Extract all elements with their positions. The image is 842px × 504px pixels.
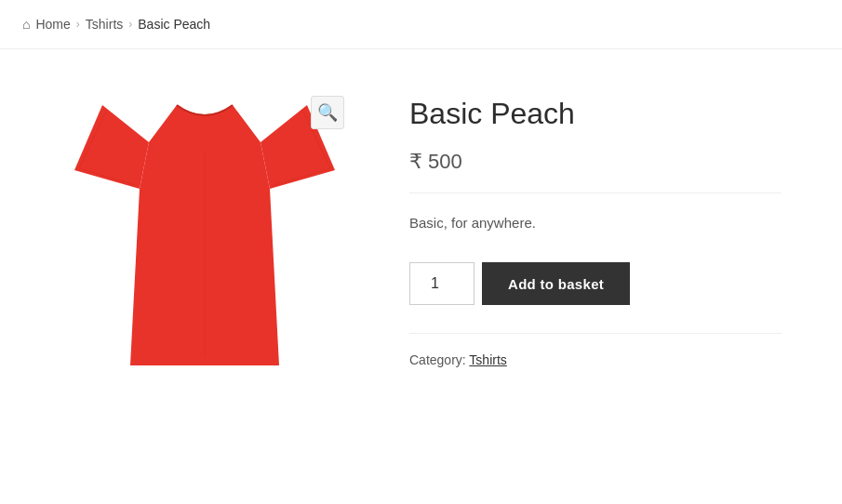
- breadcrumb: ⌂ Home › Tshirts › Basic Peach: [0, 0, 842, 49]
- breadcrumb-sep-1: ›: [76, 18, 80, 31]
- breadcrumb-home-link[interactable]: Home: [35, 17, 70, 32]
- zoom-button[interactable]: 🔍: [311, 96, 344, 129]
- product-details: Basic Peach ₹ 500 Basic, for anywhere. A…: [409, 86, 782, 384]
- product-image-wrapper: 🔍: [56, 86, 354, 384]
- add-to-basket-button[interactable]: Add to basket: [482, 262, 630, 305]
- product-description: Basic, for anywhere.: [409, 212, 782, 234]
- breadcrumb-sep-2: ›: [128, 18, 132, 31]
- breadcrumb-current: Basic Peach: [138, 17, 210, 32]
- category-label: Category:: [409, 352, 466, 367]
- product-meta: Category: Tshirts: [409, 333, 782, 367]
- product-image: [74, 86, 335, 384]
- product-page: 🔍 Basic Peach ₹ 500 Basic, for anywhere.…: [0, 49, 837, 421]
- category-link[interactable]: Tshirts: [469, 352, 506, 367]
- zoom-icon: 🔍: [317, 102, 338, 123]
- product-price: ₹ 500: [409, 150, 782, 193]
- breadcrumb-tshirts-link[interactable]: Tshirts: [86, 17, 123, 32]
- product-title: Basic Peach: [409, 96, 782, 131]
- add-to-basket-row: Add to basket: [409, 262, 782, 305]
- home-icon: ⌂: [22, 17, 30, 32]
- quantity-input[interactable]: [409, 262, 474, 305]
